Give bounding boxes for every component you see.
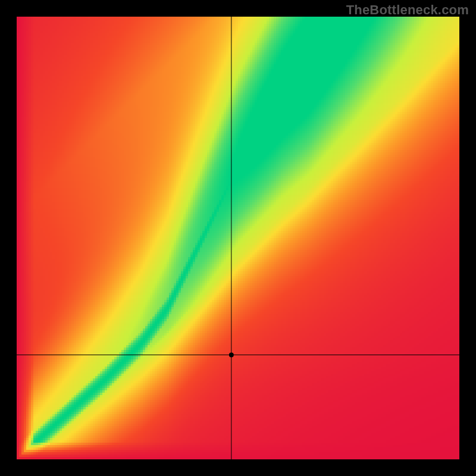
heatmap-canvas: [0, 0, 476, 476]
bottleneck-heatmap: [0, 0, 476, 476]
watermark-text: TheBottleneck.com: [346, 2, 469, 18]
